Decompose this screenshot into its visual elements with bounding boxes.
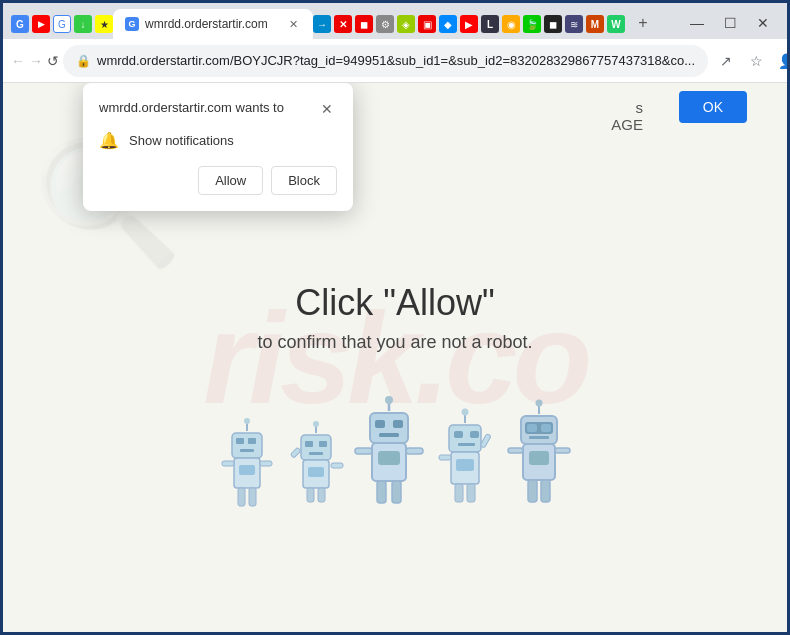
address-bar[interactable]: 🔒 wmrdd.orderstartir.com/BOYJCJR?tag_id=… [63,45,708,77]
notification-permission-dialog: wmrdd.orderstartir.com wants to ✕ 🔔 Show… [83,83,353,211]
favicon-gear: ⚙ [376,15,394,33]
close-button[interactable]: ✕ [751,13,775,33]
dialog-title: wmrdd.orderstartir.com wants to [99,99,317,117]
forward-button[interactable]: → [29,47,43,75]
favicon-tri: ◆ [439,15,457,33]
browser-window: G ▶ G ↓ ★ G wmrdd.orderstartir.com ✕ → ✕… [3,3,787,632]
active-tab-title: wmrdd.orderstartir.com [145,17,268,31]
dialog-header: wmrdd.orderstartir.com wants to ✕ [99,99,337,119]
favicon-net: ≋ [565,15,583,33]
tab-close-button[interactable]: ✕ [285,16,301,32]
active-tab[interactable]: G wmrdd.orderstartir.com ✕ [113,9,313,39]
page-content: 🔍 risk.co s AGE Click "Allow" to confirm… [3,83,787,632]
favicon-x: ✕ [334,15,352,33]
ok-button-container: OK [679,91,747,123]
toolbar-right: ↗ ☆ 👤 ⋮ [712,47,790,75]
favicon-M: M [586,15,604,33]
ok-button[interactable]: OK [679,91,747,123]
reload-button[interactable]: ↺ [47,47,59,75]
minimize-button[interactable]: — [684,13,710,33]
tab-bar: G ▶ G ↓ ★ G wmrdd.orderstartir.com ✕ → ✕… [3,3,787,39]
favicon-sq: ▣ [418,15,436,33]
share-icon[interactable]: ↗ [712,47,740,75]
favicon-g: G [11,15,29,33]
tab-icons-right: → ✕ ◼ ⚙ ◈ ▣ ◆ ▶ L ◉ 🍃 ◼ ≋ M W [313,15,625,39]
favicon-leaf: 🍃 [523,15,541,33]
favicon-arrow: → [313,15,331,33]
bell-icon: 🔔 [99,131,119,150]
block-button[interactable]: Block [271,166,337,195]
favicon-yt2: ▶ [460,15,478,33]
new-tab-button[interactable]: + [629,11,657,39]
window-controls: — ☐ ✕ [684,13,779,39]
show-notifications-label: Show notifications [129,133,234,148]
favicon-code: ◈ [397,15,415,33]
favicon-W: W [607,15,625,33]
favicon-g2: G [53,15,71,33]
favicon-L: L [481,15,499,33]
bookmark-icon[interactable]: ☆ [742,47,770,75]
dialog-permission-row: 🔔 Show notifications [99,131,337,150]
favicon-red: ◼ [355,15,373,33]
favicon-star: ★ [95,15,113,33]
favicon-dark: ◼ [544,15,562,33]
favicon-yt: ▶ [32,15,50,33]
active-tab-favicon: G [125,17,139,31]
allow-button[interactable]: Allow [198,166,263,195]
dialog-close-button[interactable]: ✕ [317,99,337,119]
favicon-dl: ↓ [74,15,92,33]
maximize-button[interactable]: ☐ [718,13,743,33]
tab-icons-left: G ▶ G ↓ ★ [11,15,113,39]
favicon-puz: ◉ [502,15,520,33]
lock-icon: 🔒 [76,54,91,68]
dialog-overlay: wmrdd.orderstartir.com wants to ✕ 🔔 Show… [3,83,787,632]
dialog-buttons: Allow Block [99,166,337,195]
account-icon[interactable]: 👤 [772,47,790,75]
back-button[interactable]: ← [11,47,25,75]
toolbar: ← → ↺ 🔒 wmrdd.orderstartir.com/BOYJCJR?t… [3,39,787,83]
address-text: wmrdd.orderstartir.com/BOYJCJR?tag_id=94… [97,53,695,68]
